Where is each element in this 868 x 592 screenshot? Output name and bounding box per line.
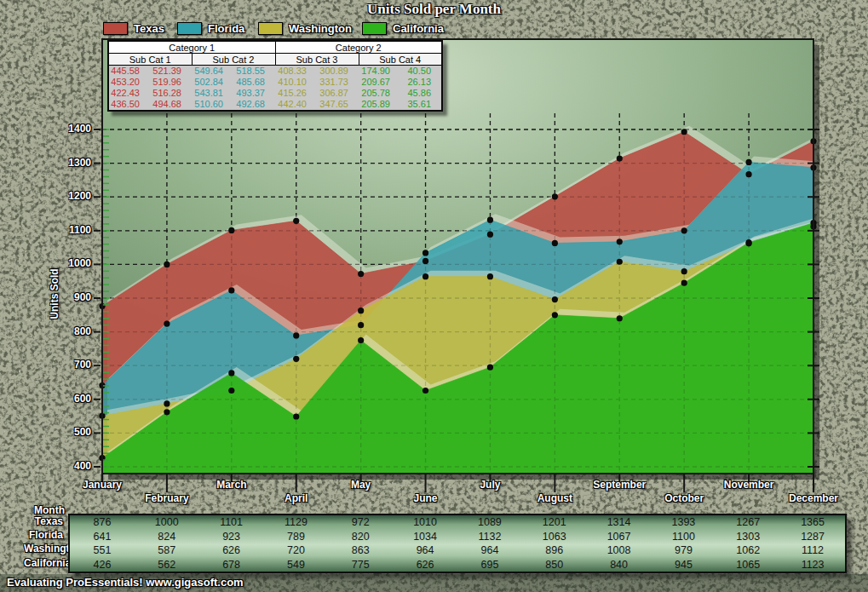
chart-title: Units Sold per Month: [0, 1, 868, 18]
inset-cell: 543.81: [192, 88, 233, 99]
inset-subcat-2-header: Sub Cat 2: [192, 54, 275, 66]
inset-cell: 35.61: [400, 99, 442, 111]
marker-california: [293, 413, 299, 419]
inset-cell: 549.64: [192, 66, 233, 78]
inset-cell: 492.68: [233, 99, 275, 111]
marker-washington: [617, 259, 623, 265]
inset-cell: 436.50: [108, 99, 150, 111]
table-cell: 775: [328, 558, 393, 572]
marker-texas: [487, 232, 493, 238]
inset-cell: 205.78: [359, 88, 400, 99]
marker-texas: [293, 218, 299, 224]
table-cell: 678: [199, 558, 264, 572]
inset-cell: 306.87: [317, 88, 359, 99]
inset-cell: 518.55: [233, 66, 275, 78]
inset-cell: 347.65: [317, 99, 359, 111]
inset-cell: 445.58: [108, 66, 150, 78]
marker-texas: [423, 258, 428, 264]
table-cell: 964: [457, 543, 522, 558]
table-cell: 1267: [716, 515, 780, 530]
marker-texas: [745, 171, 751, 177]
washington-swatch-icon: [258, 22, 283, 35]
bottom-data-table: 8761000110111299721010108912011314139312…: [68, 514, 847, 573]
chart-window: Units Sold per Month Texas Florida Washi…: [0, 0, 868, 592]
table-cell: 562: [135, 558, 199, 572]
inset-cell: 519.96: [150, 77, 192, 88]
table-cell: 863: [328, 543, 393, 558]
table-cell: 1101: [199, 515, 264, 530]
marker-california: [228, 370, 234, 376]
marker-florida: [228, 287, 234, 293]
table-cell: 789: [264, 530, 329, 544]
inset-cell: 510.60: [192, 99, 233, 111]
table-cell: 1123: [780, 558, 845, 572]
inset-cell: 45.86: [400, 88, 442, 99]
table-cell: 979: [652, 543, 716, 558]
table-cell: 1034: [393, 530, 457, 544]
marker-florida: [164, 320, 170, 326]
table-cell: 964: [393, 543, 457, 558]
inset-cell: 521.39: [150, 66, 192, 78]
table-cell: 587: [135, 543, 199, 558]
marker-florida: [552, 240, 558, 246]
table-cell: 695: [457, 558, 522, 572]
marker-texas: [228, 227, 234, 233]
texas-swatch-icon: [103, 22, 128, 35]
marker-florida: [358, 322, 364, 328]
table-cell: 1314: [587, 515, 652, 530]
table-cell: 820: [328, 530, 393, 544]
florida-swatch-icon: [177, 22, 202, 35]
marker-florida: [293, 332, 299, 338]
table-cell: 1393: [652, 515, 716, 530]
inset-cell: 40.50: [400, 66, 442, 78]
marker-florida: [617, 239, 623, 244]
legend-label: Florida: [208, 22, 244, 35]
table-cell: 1008: [587, 543, 652, 558]
table-cell: 626: [199, 543, 264, 558]
legend-item-texas: Texas: [103, 22, 164, 35]
table-cell: 1010: [393, 515, 457, 530]
legend-item-washington: Washington: [258, 22, 352, 35]
legend-label: Washington: [289, 22, 352, 35]
marker-texas: [552, 193, 558, 199]
inset-table-row: 445.58521.39549.64518.55408.33300.89174.…: [108, 66, 442, 78]
inset-table-row: 453.20519.96502.84485.68410.10331.73209.…: [108, 77, 442, 88]
table-cell: 824: [135, 530, 199, 544]
legend-item-florida: Florida: [177, 22, 244, 35]
legend: Texas Florida Washington California: [0, 22, 868, 36]
inset-cell: 408.33: [275, 66, 317, 78]
inset-cell: 209.67: [359, 77, 400, 88]
marker-california: [487, 365, 493, 371]
table-cell: 426: [70, 558, 135, 572]
inset-cell: 493.37: [233, 88, 275, 99]
marker-washington: [164, 400, 170, 406]
legend-label: California: [393, 22, 444, 35]
table-cell: 896: [522, 543, 587, 558]
marker-washington: [423, 273, 428, 279]
table-cell: 850: [522, 558, 587, 572]
inset-cell: 415.26: [275, 88, 317, 99]
inset-cell: 422.43: [108, 88, 150, 99]
inset-cell: 516.28: [150, 88, 192, 99]
table-cell: 1062: [716, 543, 780, 558]
table-cell: 626: [393, 558, 457, 572]
california-swatch-icon: [362, 22, 387, 35]
inset-cell: 174.90: [359, 66, 400, 78]
inset-category-table: Category 1 Category 2 Sub Cat 1 Sub Cat …: [107, 40, 443, 112]
table-cell: 641: [70, 530, 135, 544]
table-cell: 1132: [457, 530, 522, 544]
marker-washington: [228, 388, 234, 394]
marker-washington: [552, 296, 558, 302]
inset-cell: 442.40: [275, 99, 317, 111]
inset-subcat-3-header: Sub Cat 3: [275, 54, 359, 66]
marker-california: [358, 337, 364, 343]
marker-california: [617, 315, 623, 321]
legend-item-california: California: [362, 22, 444, 35]
marker-california: [745, 239, 751, 245]
footer-text: Evaluating ProEssentials! www.gigasoft.c…: [7, 576, 244, 589]
marker-florida: [423, 250, 428, 256]
marker-california: [681, 280, 687, 286]
marker-texas: [164, 262, 170, 267]
marker-texas: [617, 155, 623, 161]
table-cell: 551: [70, 543, 135, 558]
